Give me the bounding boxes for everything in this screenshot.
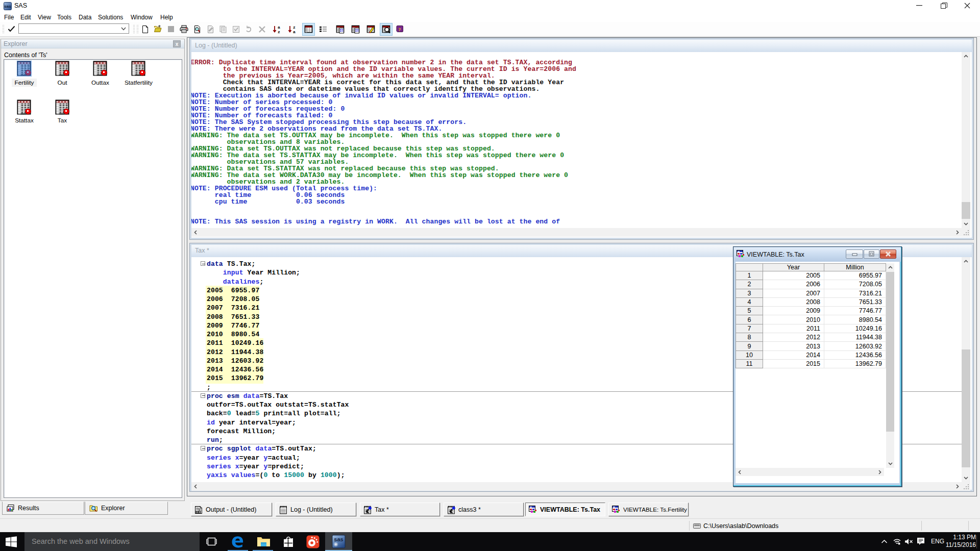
svg-text:z: z xyxy=(293,25,296,30)
svg-text:sas: sas xyxy=(4,4,11,9)
svg-text:a: a xyxy=(293,30,296,34)
svg-text:sas: sas xyxy=(334,536,343,542)
svg-text:z: z xyxy=(278,30,280,34)
svg-text:?: ? xyxy=(399,27,401,32)
svg-text:a: a xyxy=(278,25,280,30)
